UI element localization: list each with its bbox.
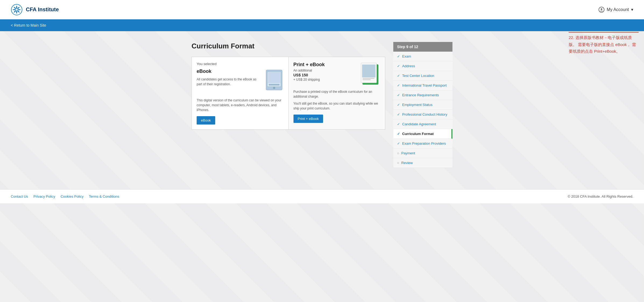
step-item[interactable]: ✓Entrance Requirements <box>393 90 452 100</box>
check-icon: ✓ <box>397 64 400 68</box>
check-icon: ✓ <box>397 54 400 58</box>
step-label: Professional Conduct History <box>402 112 447 116</box>
selected-label: You selected <box>197 62 284 66</box>
step-item[interactable]: ✓Candidate Agreement <box>393 119 452 129</box>
svg-point-6 <box>273 87 275 89</box>
my-account-label: My Account <box>607 7 629 12</box>
chevron-down-icon: ▾ <box>631 7 633 12</box>
step-label: Review <box>401 161 413 165</box>
step-label: Candidate Agreement <box>402 122 436 126</box>
footer-link[interactable]: Privacy Policy <box>33 194 55 198</box>
ebook-image <box>265 69 284 93</box>
step-item[interactable]: ✓Address <box>393 61 452 71</box>
step-label: Test Center Location <box>402 74 434 78</box>
footer-links: Contact UsPrivacy PolicyCookies PolicyTe… <box>11 194 119 198</box>
check-icon: ✓ <box>397 112 400 116</box>
footer-link[interactable]: Terms & Conditions <box>89 194 119 198</box>
step-label: Employment Status <box>402 103 433 107</box>
steps-header: Step 9 of 12 <box>393 42 452 52</box>
step-item[interactable]: ○Payment <box>393 148 452 158</box>
nav-bar: < Return to Main Site <box>0 19 644 31</box>
step-item[interactable]: ✓Test Center Location <box>393 71 452 81</box>
circle-icon: ○ <box>397 161 399 165</box>
print-ebook-option[interactable]: Print + eBook An additional US$ 150 + US… <box>289 57 385 129</box>
step-label: Exam Preparation Providers <box>402 141 446 145</box>
step-item[interactable]: ✓Employment Status <box>393 100 452 110</box>
print-description2: You'll still get the eBook, so you can s… <box>293 101 380 111</box>
header: CFA Institute My Account ▾ <box>0 0 644 19</box>
svg-rect-9 <box>362 65 376 77</box>
ebook-button[interactable]: eBook <box>197 116 215 125</box>
svg-rect-4 <box>268 72 280 83</box>
account-icon <box>599 7 604 13</box>
check-icon: ✓ <box>397 103 400 107</box>
ebook-device-illustration <box>265 69 284 91</box>
svg-rect-10 <box>363 78 374 79</box>
circle-icon: ○ <box>397 151 399 155</box>
footer-copyright: © 2018 CFA Institute. All Rights Reserve… <box>568 194 633 198</box>
step-label: Address <box>402 64 415 68</box>
step-label: Exam <box>402 54 411 58</box>
step-item[interactable]: ✓Exam Preparation Providers <box>393 139 452 148</box>
step-item[interactable]: ✓International Travel Passport <box>393 81 452 90</box>
check-icon: ✓ <box>397 122 400 126</box>
print-book-illustration <box>360 62 380 86</box>
check-icon: ✓ <box>397 93 400 97</box>
footer-link[interactable]: Cookies Policy <box>61 194 83 198</box>
steps-list: ✓Exam✓Address✓Test Center Location✓Inter… <box>393 52 452 168</box>
check-icon: ✓ <box>397 74 400 78</box>
back-to-main-link[interactable]: < Return to Main Site <box>11 23 46 27</box>
steps-panel: Step 9 of 12 ✓Exam✓Address✓Test Center L… <box>393 42 452 168</box>
step-label: Payment <box>401 151 415 155</box>
svg-rect-5 <box>269 84 279 86</box>
ebook-option[interactable]: You selected eBook All candidates g <box>192 57 289 129</box>
step-item[interactable]: ✓Professional Conduct History <box>393 110 452 119</box>
print-description1: Purchase a printed copy of the eBook cur… <box>293 89 380 99</box>
page-title: Curriculum Format <box>192 42 385 50</box>
footer-link[interactable]: Contact Us <box>11 194 28 198</box>
person-icon <box>600 8 603 12</box>
print-ebook-button[interactable]: Print + eBook <box>293 115 323 123</box>
logo-area: CFA Institute <box>11 4 59 16</box>
cfa-logo-icon <box>11 4 23 16</box>
step-item[interactable]: ✓Exam <box>393 52 452 61</box>
curriculum-options: You selected eBook All candidates g <box>192 57 385 130</box>
step-label: Entrance Requirements <box>402 93 439 97</box>
my-account-menu[interactable]: My Account ▾ <box>599 7 633 13</box>
step-label: Curriculum Format <box>402 132 434 136</box>
left-panel: Curriculum Format You selected <box>192 42 385 168</box>
ebook-description2: This digital version of the curriculum c… <box>197 98 284 112</box>
step-label: International Travel Passport <box>402 83 447 87</box>
footer: Contact UsPrivacy PolicyCookies PolicyTe… <box>0 189 644 203</box>
print-ebook-image <box>360 62 380 87</box>
step-item[interactable]: ○Review <box>393 158 452 168</box>
step-item[interactable]: ✓Curriculum Format <box>393 129 452 139</box>
check-icon: ✓ <box>397 141 400 145</box>
svg-rect-11 <box>363 79 371 80</box>
check-icon: ✓ <box>397 83 400 87</box>
annotation-text: 22. 选择原版书教材－电子版或纸质版。 需要电子版的直接点 eBook， 需要… <box>569 34 639 55</box>
svg-point-1 <box>601 8 602 10</box>
main-content: Curriculum Format You selected <box>153 31 491 179</box>
check-icon: ✓ <box>397 132 400 136</box>
logo-text: CFA Institute <box>26 6 59 13</box>
